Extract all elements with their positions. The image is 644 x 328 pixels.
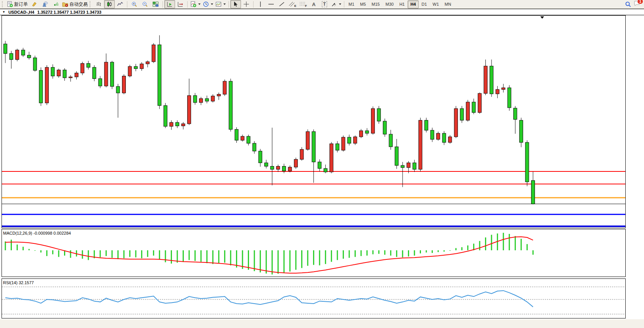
candle-bear — [324, 168, 327, 172]
community-button[interactable] — [40, 0, 50, 8]
candle-bear — [193, 96, 197, 102]
zoom-out-button[interactable] — [140, 0, 150, 8]
chart-title-bar[interactable]: ▼ USDCAD-,H4 1.35272 1.35477 1.34723 1.3… — [0, 9, 644, 15]
candle-bear — [33, 58, 37, 70]
equidistant-channel-button[interactable]: E — [287, 0, 298, 8]
zoom-in-icon — [131, 1, 137, 7]
mt4-window: { "toolbar": { "new_order_label": "新订单",… — [0, 0, 644, 328]
chart-ohlc-values: 1.35272 1.35477 1.34723 1.34733 — [37, 10, 101, 14]
fibonacci-icon — [299, 1, 305, 7]
equidistant-channel-icon — [289, 1, 295, 7]
new-order-button[interactable]: 新订单 — [6, 0, 29, 8]
chevron-down-icon — [198, 3, 201, 5]
toolbar-separator — [127, 1, 127, 8]
horizontal-line-button[interactable] — [266, 0, 276, 8]
fibonacci-button[interactable]: F — [298, 0, 308, 8]
candle-bear — [247, 136, 250, 143]
timeframe-button-MN[interactable]: MN — [442, 0, 454, 8]
candle-bear — [430, 130, 434, 139]
candle-bear — [27, 55, 31, 58]
candle-bear — [39, 70, 43, 103]
cursor-button[interactable] — [230, 0, 241, 8]
arrows-tool-button[interactable] — [330, 0, 342, 8]
candle-bear — [259, 151, 262, 163]
candle-bull — [104, 62, 108, 86]
tile-windows-icon — [153, 1, 159, 7]
candle-bear — [519, 120, 523, 142]
timeframe-button-W1[interactable]: W1 — [430, 0, 442, 8]
text-tool-button[interactable]: A — [308, 0, 319, 8]
candle-bull — [199, 99, 203, 102]
search-icon[interactable] — [625, 1, 631, 8]
timeframe-button-M1[interactable]: M1 — [346, 0, 357, 8]
timeframe-button-H1[interactable]: H1 — [397, 0, 407, 8]
chart-shift-button[interactable] — [175, 0, 186, 8]
signals-icon — [53, 1, 59, 7]
candle-bear — [312, 131, 315, 162]
candle-bear — [93, 67, 96, 79]
auto-scroll-button[interactable] — [164, 0, 175, 8]
chart-dropdown-icon[interactable]: ▼ — [2, 10, 5, 14]
toolbar-grip[interactable] — [2, 1, 4, 7]
candle-bull — [128, 67, 132, 76]
highlighter-icon — [31, 1, 37, 7]
candle-bull — [211, 96, 215, 101]
timeframe-button-H4[interactable]: H4 — [408, 0, 418, 8]
chevron-down-icon — [223, 3, 226, 5]
indicators-icon — [190, 1, 196, 7]
toolbar-separator — [344, 1, 344, 8]
cursor-icon — [233, 1, 239, 7]
vertical-line-button[interactable] — [255, 0, 266, 8]
candle-bull — [360, 131, 363, 137]
crosshair-button[interactable] — [241, 0, 252, 8]
templates-button[interactable] — [214, 0, 227, 8]
unread-badge: 1 — [637, 0, 643, 4]
candle-bull — [478, 93, 482, 112]
timeframe-button-M30[interactable]: M30 — [383, 0, 396, 8]
timeframe-button-M5[interactable]: M5 — [357, 0, 368, 8]
candle-bull — [300, 149, 304, 159]
candle-bear — [229, 81, 232, 129]
candle-bull — [330, 144, 333, 172]
candlestick-chart-button[interactable] — [104, 0, 115, 8]
highlighter-button[interactable] — [29, 0, 40, 8]
candle-bear — [87, 64, 90, 67]
candle-bull — [306, 131, 310, 149]
zoom-in-button[interactable] — [129, 0, 140, 8]
candle-bear — [472, 102, 475, 112]
candle-bear — [164, 106, 167, 126]
bar-chart-button[interactable] — [93, 0, 104, 8]
candle-bull — [454, 109, 458, 137]
periods-button[interactable] — [202, 0, 214, 8]
line-chart-button[interactable] — [115, 0, 125, 8]
chat-button[interactable]: 1 — [634, 0, 641, 8]
trendline-button[interactable] — [276, 0, 287, 8]
candle-bear — [377, 109, 381, 121]
candle-bull — [437, 133, 440, 139]
chart-canvas[interactable]: MACD(12,26,9) -0.000998 0.002284 RSI(14)… — [0, 15, 644, 328]
candle-bull — [69, 77, 72, 78]
indicators-button[interactable] — [189, 0, 202, 8]
label-tool-button[interactable]: T — [319, 0, 330, 8]
timeframe-button-M15[interactable]: M15 — [369, 0, 382, 8]
new-order-label: 新订单 — [14, 1, 28, 8]
periods-clock-icon — [203, 1, 209, 7]
text-tool-icon: A — [312, 2, 315, 7]
main-toolbar: 新订单 自动交易 — [0, 0, 644, 9]
candle-bull — [75, 73, 78, 77]
candle-bull — [294, 159, 297, 167]
auto-trading-button[interactable]: 自动交易 — [61, 0, 89, 8]
candle-bull — [241, 136, 244, 140]
candle-bear — [282, 166, 286, 171]
candle-bear — [514, 108, 517, 120]
candle-bear — [490, 66, 493, 94]
candle-bull — [181, 124, 185, 126]
tile-windows-button[interactable] — [150, 0, 161, 8]
timeframe-button-D1[interactable]: D1 — [419, 0, 430, 8]
chevron-down-icon — [339, 3, 341, 5]
signals-button[interactable] — [50, 0, 61, 8]
chevron-down-icon — [211, 3, 213, 5]
candle-bull — [448, 137, 452, 142]
timeframe-group: M1M5M15M30H1H4D1W1MN — [346, 0, 454, 8]
toolbar-grip[interactable] — [90, 1, 92, 7]
